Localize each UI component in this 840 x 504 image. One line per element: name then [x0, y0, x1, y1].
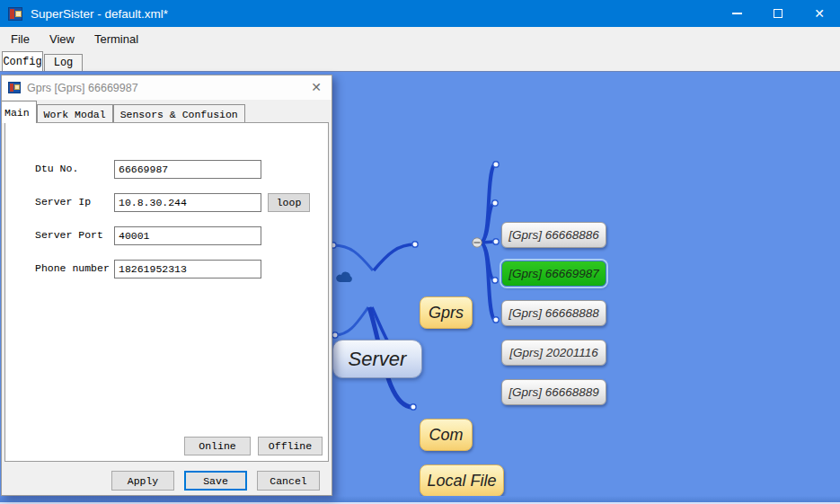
node-local-file-label: Local File [427, 472, 496, 491]
close-icon[interactable]: ✕ [799, 0, 840, 27]
node-gprs-66669987-selected[interactable]: [Gprs] 66669987 [501, 261, 606, 287]
menu-terminal[interactable]: Terminal [85, 29, 147, 49]
apply-button[interactable]: Apply [111, 471, 174, 491]
node-server-label: Server [349, 348, 407, 371]
maximize-icon[interactable] [757, 0, 799, 27]
dtu-no-input[interactable] [114, 160, 261, 179]
node-local-file[interactable]: Local File [420, 464, 504, 497]
gprs-config-dialog: Gprs [Gprs] 66669987 ✕ Main Work Modal S… [1, 75, 332, 496]
node-label: [Gprs] 66668886 [508, 228, 599, 242]
app-icon [8, 7, 22, 21]
tab-main[interactable]: Main [1, 101, 37, 123]
node-com[interactable]: Com [420, 419, 473, 451]
dialog-titlebar: Gprs [Gprs] 66669987 ✕ [2, 75, 332, 100]
main-tabstrip: Config Log [0, 50, 840, 71]
form-row: Server Ip loop [5, 193, 328, 212]
form-row: Phone number [5, 260, 328, 279]
menubar: File View Terminal [0, 27, 840, 50]
node-label: [Gprs] 66668889 [508, 385, 599, 399]
dialog-close-icon[interactable]: ✕ [308, 79, 324, 95]
dialog-tabstrip: Main Work Modal Sensors & Confusion [1, 100, 245, 123]
map-bottom-edge [0, 496, 840, 504]
form-row: Dtu No. [5, 160, 328, 179]
cancel-button[interactable]: Cancel [257, 471, 320, 491]
node-label: [Gprs] 66669987 [508, 267, 599, 280]
dialog-tab-page: Dtu No. Server Ip loop Server Port Phone… [4, 122, 329, 462]
form-row: Server Port [5, 226, 328, 245]
phone-number-input[interactable] [114, 260, 261, 279]
menu-file[interactable]: File [2, 29, 39, 49]
menu-view[interactable]: View [40, 29, 84, 49]
node-server[interactable]: Server [332, 340, 422, 378]
node-gprs-66668886[interactable]: [Gprs] 66668886 [501, 222, 606, 248]
tab-log[interactable]: Log [44, 54, 83, 71]
dialog-title: Gprs [Gprs] 66669987 [27, 82, 138, 94]
tab-config[interactable]: Config [2, 51, 43, 71]
dialog-icon [8, 82, 21, 93]
window-title: SuperSister - default.xml* [31, 7, 168, 21]
server-port-label: Server Port [35, 229, 103, 241]
dtu-no-label: Dtu No. [35, 163, 78, 174]
tab-work-modal[interactable]: Work Modal [37, 104, 113, 123]
online-button[interactable]: Online [184, 437, 251, 455]
node-com-label: Com [429, 426, 463, 445]
offline-button[interactable]: Offline [258, 437, 323, 455]
collapse-icon [473, 238, 482, 247]
node-gprs-66668888[interactable]: [Gprs] 66668888 [501, 300, 606, 326]
window-titlebar: SuperSister - default.xml* ✕ [0, 0, 840, 27]
app-window: SuperSister - default.xml* ✕ File View T… [0, 0, 840, 504]
loop-button[interactable]: loop [268, 193, 310, 212]
node-gprs[interactable]: Gprs [420, 296, 473, 329]
node-gprs-20201116[interactable]: [Gprs] 20201116 [501, 340, 606, 366]
node-label: [Gprs] 20201116 [509, 346, 598, 359]
save-button[interactable]: Save [184, 471, 247, 491]
tab-sensors-confusion[interactable]: Sensors & Confusion [113, 104, 245, 123]
server-ip-input[interactable] [114, 193, 261, 212]
node-gprs-66668889[interactable]: [Gprs] 66668889 [501, 379, 606, 405]
server-port-input[interactable] [114, 226, 261, 245]
phone-number-label: Phone number [35, 262, 110, 274]
node-gprs-label: Gprs [429, 304, 464, 323]
server-ip-label: Server Ip [35, 196, 91, 208]
node-label: [Gprs] 66668888 [508, 306, 599, 320]
minimize-icon[interactable] [716, 0, 757, 27]
cloud-icon [333, 270, 356, 284]
